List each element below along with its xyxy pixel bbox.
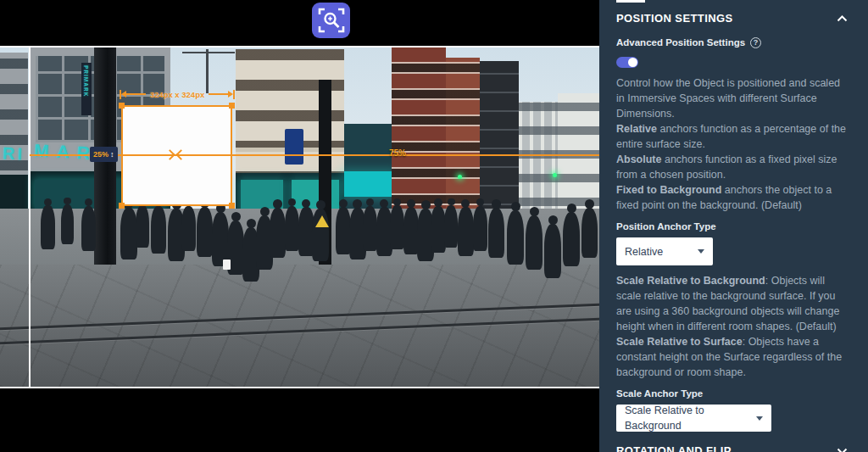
left-offset-value: 25% bbox=[93, 150, 108, 159]
blue-street-sign bbox=[285, 129, 303, 165]
pedestrian bbox=[473, 206, 487, 252]
storefront-sign-left: RI bbox=[3, 144, 25, 165]
pedestrian bbox=[458, 207, 474, 256]
section-header-position-settings[interactable]: POSITION SETTINGS bbox=[616, 11, 848, 26]
zoom-selection-icon bbox=[317, 7, 346, 34]
rotation-flip-title: ROTATION AND FLIP bbox=[616, 444, 732, 452]
description-paragraph: Scale Relative to Surface: Objects have … bbox=[616, 334, 848, 380]
primark-vertical-sign: PRIMARK bbox=[81, 63, 92, 115]
surface-border-top bbox=[0, 46, 599, 47]
building-grey bbox=[519, 102, 559, 212]
zoom-selection-button[interactable] bbox=[312, 3, 350, 38]
dimension-annotation: 324px x 324px bbox=[120, 88, 235, 100]
surface-seam-line bbox=[29, 47, 31, 387]
chevron-up-icon[interactable] bbox=[837, 15, 848, 22]
pedestrian bbox=[41, 205, 55, 249]
pedestrian bbox=[444, 205, 458, 248]
pedestrian bbox=[544, 224, 561, 278]
pedestrian bbox=[431, 206, 446, 253]
building-brick-a bbox=[392, 47, 446, 210]
pedestrian bbox=[285, 206, 299, 252]
panel-top-divider bbox=[616, 0, 645, 3]
vertical-drag-icon: ↕ bbox=[110, 151, 114, 159]
pedestrian bbox=[563, 212, 580, 266]
position-anchor-type-label: Position Anchor Type bbox=[616, 220, 848, 232]
settings-panel: POSITION SETTINGS Advanced Position Sett… bbox=[599, 0, 868, 452]
pedestrian bbox=[136, 205, 149, 248]
description-paragraph: Control how the Object is positioned and… bbox=[616, 75, 848, 121]
crane-arm bbox=[182, 52, 235, 53]
position-description: Control how the Object is positioned and… bbox=[616, 75, 848, 213]
left-offset-badge[interactable]: 25% ↕ bbox=[90, 147, 118, 162]
caret-down-icon bbox=[756, 416, 763, 421]
scale-anchor-value: Scale Relative to Background bbox=[625, 403, 748, 433]
crane-mast bbox=[206, 49, 209, 93]
shopping-bag bbox=[223, 259, 231, 270]
position-anchor-value: Relative bbox=[625, 244, 663, 259]
advanced-position-toggle[interactable] bbox=[616, 57, 638, 68]
description-paragraph: Relative anchors function as a percentag… bbox=[616, 121, 848, 152]
resize-handle-bottom-right[interactable] bbox=[229, 203, 235, 209]
resize-handle-top-right[interactable] bbox=[229, 103, 235, 109]
resize-handle-top-left[interactable] bbox=[119, 103, 125, 109]
scale-description: Scale Relative to Background: Objects wi… bbox=[616, 273, 848, 380]
pedestrian bbox=[81, 206, 96, 252]
immersive-space-canvas[interactable]: RI MARK PRIMARK bbox=[0, 0, 599, 452]
pedestrian bbox=[61, 204, 74, 245]
pedestrian bbox=[390, 205, 404, 249]
advanced-position-settings-label: Advanced Position Settings bbox=[616, 35, 745, 50]
advanced-position-settings-row: Advanced Position Settings ? bbox=[616, 35, 848, 50]
traffic-light-green-2 bbox=[553, 173, 557, 177]
pedestrian bbox=[197, 207, 213, 257]
pedestrian bbox=[507, 210, 524, 265]
help-icon[interactable]: ? bbox=[750, 37, 761, 48]
traffic-light-green-1 bbox=[458, 175, 462, 179]
pedestrian bbox=[526, 215, 542, 270]
caret-down-icon bbox=[698, 249, 704, 254]
building-white bbox=[558, 93, 599, 212]
scale-anchor-select[interactable]: Scale Relative to Background bbox=[616, 405, 771, 432]
pedestrian bbox=[181, 206, 196, 252]
background-photo: RI MARK PRIMARK bbox=[0, 47, 599, 387]
right-offset-value: 75% bbox=[389, 148, 406, 158]
pedestrian bbox=[151, 206, 166, 254]
building-brick-b bbox=[446, 58, 480, 210]
size-label: 324px x 324px bbox=[146, 90, 209, 99]
vertical-sign-text: PRIMARK bbox=[83, 65, 89, 97]
description-paragraph: Absolute anchors function as a fixed pix… bbox=[616, 152, 848, 182]
pedestrian bbox=[120, 208, 137, 259]
toggle-knob bbox=[628, 58, 637, 67]
position-anchor-select[interactable]: Relative bbox=[616, 237, 713, 265]
resize-handle-bottom-left[interactable] bbox=[119, 203, 125, 209]
building-dark-tower bbox=[480, 61, 519, 212]
description-paragraph: Fixed to Background anchors the object t… bbox=[616, 182, 848, 213]
pedestrian bbox=[363, 206, 377, 252]
chevron-down-icon[interactable] bbox=[837, 448, 848, 452]
section-header-rotation-flip[interactable]: ROTATION AND FLIP bbox=[616, 444, 848, 452]
position-settings-title: POSITION SETTINGS bbox=[616, 11, 733, 26]
pedestrian bbox=[581, 208, 598, 259]
teal-glass-band bbox=[344, 171, 393, 197]
description-paragraph: Scale Relative to Background: Objects wi… bbox=[616, 273, 848, 334]
scale-anchor-type-label: Scale Anchor Type bbox=[616, 388, 848, 399]
surface-border-bottom bbox=[0, 387, 599, 388]
pedestrian bbox=[488, 208, 504, 259]
pedestrian bbox=[270, 208, 286, 259]
warning-sign bbox=[315, 215, 329, 227]
